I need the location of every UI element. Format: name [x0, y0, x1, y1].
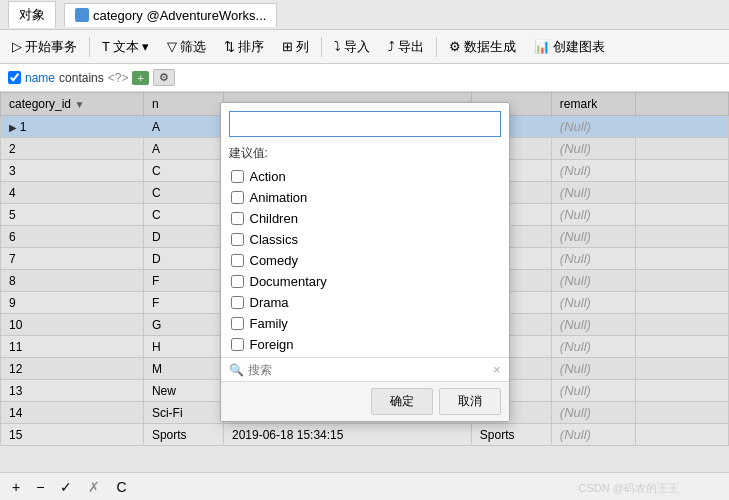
divider2 — [321, 37, 322, 57]
filter-enable-checkbox[interactable] — [8, 71, 21, 84]
tab-objects-label: 对象 — [19, 6, 45, 24]
modal-overlay: 建议值: ActionAnimationChildrenClassicsCome… — [0, 92, 729, 472]
titlebar: 对象 category @AdventureWorks... — [0, 0, 729, 30]
modal-list-item[interactable]: Drama — [221, 292, 509, 313]
modal-item-label: Classics — [250, 232, 298, 247]
start-transaction-label: 开始事务 — [25, 38, 77, 56]
export-icon: ⤴ — [388, 39, 395, 54]
generate-icon: ⚙ — [449, 39, 461, 54]
import-button[interactable]: ⤵ 导入 — [326, 34, 378, 60]
modal-list-item[interactable]: Action — [221, 166, 509, 187]
modal-list-item[interactable]: Documentary — [221, 271, 509, 292]
modal-item-label: Action — [250, 169, 286, 184]
import-label: 导入 — [344, 38, 370, 56]
filter-value-modal: 建议值: ActionAnimationChildrenClassicsCome… — [220, 102, 510, 422]
modal-item-checkbox[interactable] — [231, 254, 244, 267]
modal-item-checkbox[interactable] — [231, 233, 244, 246]
filter-button[interactable]: ▽ 筛选 — [159, 34, 214, 60]
start-transaction-button[interactable]: ▷ 开始事务 — [4, 34, 85, 60]
column-icon: ⊞ — [282, 39, 293, 54]
modal-cancel-button[interactable]: 取消 — [439, 388, 501, 415]
column-label: 列 — [296, 38, 309, 56]
text-label: 文本 — [113, 38, 139, 56]
divider1 — [89, 37, 90, 57]
tab-category-label: category @AdventureWorks... — [93, 8, 266, 23]
modal-item-checkbox[interactable] — [231, 212, 244, 225]
modal-item-checkbox[interactable] — [231, 275, 244, 288]
modal-footer: 确定 取消 — [221, 381, 509, 421]
modal-list-item[interactable]: Children — [221, 208, 509, 229]
modal-item-checkbox[interactable] — [231, 338, 244, 351]
confirm-button[interactable]: ✓ — [54, 476, 78, 498]
filter-icon: ▽ — [167, 39, 177, 54]
filter-op-label: contains — [59, 71, 104, 85]
sort-button[interactable]: ⇅ 排序 — [216, 34, 272, 60]
generate-button[interactable]: ⚙ 数据生成 — [441, 34, 524, 60]
suggest-label: 建议值: — [221, 141, 509, 164]
modal-item-label: Family — [250, 316, 288, 331]
export-button[interactable]: ⤴ 导出 — [380, 34, 432, 60]
filter-settings-button[interactable]: ⚙ — [153, 69, 175, 86]
modal-search-input[interactable] — [248, 363, 489, 377]
chart-label: 创建图表 — [553, 38, 605, 56]
text-dropdown-icon: ▾ — [142, 39, 149, 54]
modal-item-label: Documentary — [250, 274, 327, 289]
modal-search-row: 🔍 × — [221, 357, 509, 381]
modal-list-item[interactable]: Foreign — [221, 334, 509, 355]
modal-item-label: Comedy — [250, 253, 298, 268]
modal-item-checkbox[interactable] — [231, 191, 244, 204]
filterbar: name contains <?> + ⚙ — [0, 64, 729, 92]
modal-list-item[interactable]: Classics — [221, 229, 509, 250]
watermark: CSDN @码农的王王 — [579, 481, 679, 496]
chart-button[interactable]: 📊 创建图表 — [526, 34, 613, 60]
main-area: category_id ▼ n remark ▶ 1 A (Null) 2 A … — [0, 92, 729, 472]
modal-item-label: Children — [250, 211, 298, 226]
tab-objects[interactable]: 对象 — [8, 1, 56, 28]
table-icon — [75, 8, 89, 22]
toolbar: ▷ 开始事务 T 文本 ▾ ▽ 筛选 ⇅ 排序 ⊞ 列 ⤵ 导入 ⤴ 导出 ⚙ … — [0, 30, 729, 64]
filter-label: 筛选 — [180, 38, 206, 56]
bottombar: + − ✓ ✗ C CSDN @码农的王王 — [0, 472, 729, 500]
modal-item-label: Animation — [250, 190, 308, 205]
text-icon: T — [102, 39, 110, 54]
column-button[interactable]: ⊞ 列 — [274, 34, 317, 60]
modal-item-checkbox[interactable] — [231, 296, 244, 309]
add-row-button[interactable]: + — [6, 476, 26, 498]
sort-label: 排序 — [238, 38, 264, 56]
modal-search-clear-button[interactable]: × — [493, 362, 501, 377]
modal-item-checkbox[interactable] — [231, 170, 244, 183]
cancel-button[interactable]: ✗ — [82, 476, 106, 498]
refresh-button[interactable]: C — [110, 476, 132, 498]
modal-checklist: ActionAnimationChildrenClassicsComedyDoc… — [221, 164, 509, 357]
export-label: 导出 — [398, 38, 424, 56]
modal-item-label: Drama — [250, 295, 289, 310]
modal-item-label: Foreign — [250, 337, 294, 352]
remove-row-button[interactable]: − — [30, 476, 50, 498]
modal-search-icon: 🔍 — [229, 363, 244, 377]
modal-confirm-button[interactable]: 确定 — [371, 388, 433, 415]
sort-icon: ⇅ — [224, 39, 235, 54]
text-button[interactable]: T 文本 ▾ — [94, 34, 157, 60]
filter-field-label: name — [25, 71, 55, 85]
modal-list-item[interactable]: Family — [221, 313, 509, 334]
modal-list-item[interactable]: Comedy — [221, 250, 509, 271]
modal-item-checkbox[interactable] — [231, 317, 244, 330]
start-icon: ▷ — [12, 39, 22, 54]
modal-text-input[interactable] — [229, 111, 501, 137]
import-icon: ⤵ — [334, 39, 341, 54]
divider3 — [436, 37, 437, 57]
filter-val-label: <?> — [108, 71, 129, 85]
modal-input-row — [221, 103, 509, 141]
tab-category[interactable]: category @AdventureWorks... — [64, 3, 277, 27]
filter-add-button[interactable]: + — [132, 71, 148, 85]
modal-list-item[interactable]: Animation — [221, 187, 509, 208]
generate-label: 数据生成 — [464, 38, 516, 56]
chart-icon: 📊 — [534, 39, 550, 54]
